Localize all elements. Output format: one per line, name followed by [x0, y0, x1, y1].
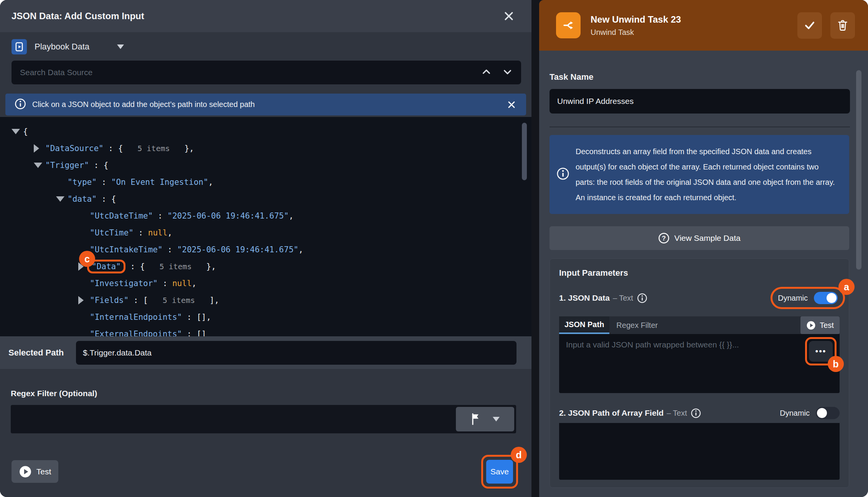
collapse-triangle-icon[interactable]	[34, 163, 45, 168]
json-segment: "type"	[68, 178, 97, 187]
question-circle-icon: ?	[658, 232, 670, 244]
task-description-box: Deconstructs an array field from the spe…	[550, 135, 849, 214]
json-segment: : {	[89, 161, 109, 170]
regex-filter-box	[11, 405, 516, 433]
json-segment: :	[97, 178, 111, 187]
json-segment: {	[23, 127, 28, 136]
json-segment: "DataSource"	[45, 144, 104, 153]
data-source-picker[interactable]: Playbook Data	[12, 37, 124, 57]
json-segment: },	[192, 262, 216, 271]
dynamic-toggle-2[interactable]	[816, 407, 840, 419]
collapse-triangle-icon[interactable]	[12, 129, 23, 134]
json-row[interactable]: "DataSource" : { 5 items },	[0, 140, 531, 157]
dynamic-toggle-1[interactable]	[814, 292, 838, 304]
json-segment: : [],	[182, 313, 211, 322]
json-row[interactable]: "ExternalEndpoints" : []	[0, 326, 531, 336]
json-segment: : {	[104, 144, 138, 153]
json-segment: ,	[299, 245, 304, 254]
json-segment: "Trigger"	[45, 161, 89, 170]
unwind-task-icon	[556, 12, 581, 38]
json-data-dialog: JSON Data: Add Custom Input Playbook Dat…	[0, 0, 531, 497]
annotation-ring-a: Dynamic a	[771, 287, 845, 309]
annotation-badge-c: c	[79, 251, 95, 267]
json-segment: :	[134, 228, 148, 237]
json-segment: ,	[192, 279, 197, 288]
delete-button[interactable]	[830, 12, 855, 39]
json-path-input[interactable]	[559, 334, 840, 393]
json-segment: ,	[289, 211, 294, 221]
array-field-input[interactable]	[559, 423, 840, 480]
json-row[interactable]: "data" : {	[0, 191, 531, 207]
tab-json-path[interactable]: JSON Path	[559, 316, 609, 334]
json-segment: 5 items	[159, 262, 191, 271]
confirm-button[interactable]	[797, 12, 822, 39]
search-bar	[12, 61, 521, 84]
param-test-button[interactable]: Test	[800, 316, 840, 334]
json-row[interactable]: {	[0, 123, 531, 140]
test-button[interactable]: Test	[12, 460, 58, 483]
json-row[interactable]: "Investigator" : null,	[0, 275, 531, 292]
annotation-badge-b: b	[828, 356, 844, 372]
close-icon[interactable]	[502, 10, 515, 23]
info-icon[interactable]	[691, 408, 701, 418]
json-segment: :	[153, 211, 167, 221]
toggle-knob	[817, 408, 827, 418]
param-1-type: – Text	[613, 294, 633, 303]
panel-scrollbar-thumb[interactable]	[856, 70, 861, 270]
json-segment: :	[158, 279, 172, 288]
task-name-label: Task Name	[550, 72, 594, 82]
task-panel-header: New Unwind Task 23 Unwind Task	[539, 0, 868, 51]
banner-close-icon[interactable]	[506, 99, 517, 110]
task-name-input[interactable]	[550, 89, 850, 114]
json-row[interactable]: "type" : "On Event Ingestion",	[0, 174, 531, 191]
chevron-down-icon	[493, 417, 500, 421]
json-row[interactable]: "Data"c : { 5 items },	[0, 258, 531, 275]
json-scrollbar-thumb[interactable]	[522, 123, 527, 180]
info-banner: Click on a JSON object to add the object…	[5, 94, 526, 115]
info-icon[interactable]	[637, 293, 647, 303]
annotation-badge-d: d	[511, 447, 527, 463]
selected-path-input[interactable]	[76, 341, 517, 365]
json-tree: {"DataSource" : { 5 items },"Trigger" : …	[0, 117, 531, 336]
json-row[interactable]: "Trigger" : {	[0, 157, 531, 174]
json-segment: "data"	[68, 194, 97, 204]
save-button[interactable]: Save	[486, 460, 513, 484]
json-segment: "InternalEndpoints"	[90, 313, 182, 322]
json-segment: :	[163, 245, 177, 254]
json-row[interactable]: "Fields" : [ 5 items ],	[0, 292, 531, 309]
play-circle-icon	[19, 465, 32, 478]
input-parameters-card: Input Parameters 1. JSON Data – Text Dyn…	[550, 258, 849, 488]
json-segment: },	[170, 144, 194, 153]
regex-filter-section: Regex Filter (Optional) Test Save d	[0, 369, 531, 497]
param-2-type: – Text	[667, 409, 687, 418]
dialog-title: JSON Data: Add Custom Input	[12, 11, 144, 21]
json-row[interactable]: "UtcDateTime" : "2025-06-06 19:46:41.675…	[0, 207, 531, 224]
json-row[interactable]: "InternalEndpoints" : [],	[0, 309, 531, 326]
json-segment: : {	[97, 194, 116, 204]
chevron-down-icon[interactable]	[502, 67, 513, 79]
checkmark-icon	[804, 19, 816, 31]
task-description: Deconstructs an array field from the spe…	[576, 144, 838, 205]
unwind-task-panel: New Unwind Task 23 Unwind Task Task Name…	[539, 0, 868, 497]
info-banner-text: Click on a JSON object to add the object…	[32, 100, 255, 109]
json-row[interactable]: "UtcTime" : null,	[0, 224, 531, 241]
json-segment: : [	[129, 296, 163, 305]
tab-regex-filter[interactable]: Regex Filter	[609, 316, 665, 334]
chevron-down-icon[interactable]	[117, 44, 124, 49]
search-input[interactable]	[20, 68, 474, 77]
annotation-ring-d: Save d	[481, 455, 518, 489]
expand-triangle-icon[interactable]	[78, 296, 90, 304]
json-segment: "UtcDateTime"	[90, 211, 153, 221]
view-sample-data-button[interactable]: ? View Sample Data	[550, 226, 849, 250]
dynamic-label-2: Dynamic	[780, 409, 810, 418]
collapse-triangle-icon[interactable]	[56, 196, 68, 202]
annotation-ring-c: "Data"c	[87, 260, 125, 273]
regex-filter-input[interactable]	[11, 405, 516, 433]
expand-triangle-icon[interactable]	[34, 144, 45, 153]
json-path-field-wrap: ••• b	[559, 334, 840, 393]
app-window: JSON Data: Add Custom Input Playbook Dat…	[0, 0, 868, 497]
flag-icon	[470, 413, 481, 425]
regex-flags-dropdown[interactable]	[456, 407, 514, 431]
chevron-up-icon[interactable]	[481, 67, 492, 79]
json-segment: null	[172, 279, 192, 288]
